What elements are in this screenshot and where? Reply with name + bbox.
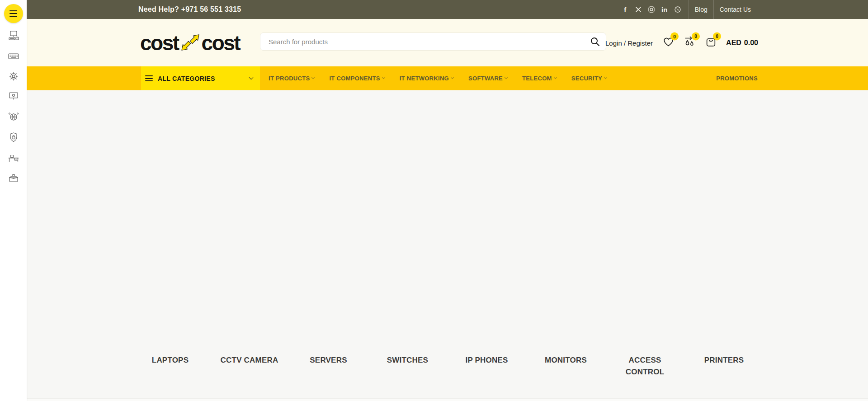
login-register-link[interactable]: Login / Register — [605, 39, 653, 47]
category-label: SERVERS — [310, 354, 347, 366]
chevron-down-icon — [249, 75, 254, 80]
network-globe-icon — [8, 112, 19, 124]
sidebar-item-computers[interactable] — [8, 31, 19, 42]
site-logo[interactable]: cost cost — [140, 33, 240, 53]
category-item-cctv-camera[interactable]: CCTV CAMERA — [210, 354, 289, 378]
menu-item-label: TELECOM — [522, 75, 552, 82]
cart-total[interactable]: AED 0.00 — [726, 39, 758, 47]
cart-button[interactable]: 0 — [705, 36, 717, 50]
logo-arrows-icon — [180, 33, 200, 53]
header: cost cost Login / Register — [27, 19, 868, 66]
topbar: Need Help? +971 56 551 3315 f in Blog Co… — [27, 0, 868, 19]
keyboard-icon — [8, 51, 19, 63]
category-item-servers[interactable]: SERVERS — [289, 354, 368, 378]
menu-item-it-networking[interactable]: IT NETWORKING — [400, 75, 453, 82]
category-label: PRINTERS — [704, 354, 744, 366]
category-label: LAPTOPS — [152, 354, 189, 366]
menu-item-label: IT COMPONENTS — [329, 75, 380, 82]
social-links: f in — [622, 0, 689, 19]
sidebar-item-office-furniture[interactable] — [8, 153, 19, 164]
menu-item-label: IT NETWORKING — [400, 75, 449, 82]
category-item-monitors[interactable]: MONITORS — [526, 354, 605, 378]
desktop-computer-icon — [8, 30, 19, 43]
header-account-area: Login / Register 0 0 0 AED — [605, 36, 758, 50]
chevron-down-icon — [554, 76, 557, 79]
cart-count-badge: 0 — [713, 32, 721, 40]
search-input[interactable] — [260, 33, 606, 51]
all-categories-button[interactable]: ALL CATEGORIES — [141, 66, 260, 90]
divider — [757, 0, 757, 19]
category-label: IP PHONES — [465, 354, 508, 366]
chevron-down-icon — [382, 76, 385, 79]
compare-button[interactable]: 0 — [684, 36, 696, 50]
menu-item-promotions[interactable]: PROMOTIONS — [716, 66, 758, 90]
category-shortcuts: LAPTOPS CCTV CAMERA SERVERS SWITCHES IP … — [131, 354, 764, 378]
cpu-gear-icon — [8, 71, 19, 84]
menu-item-label: SOFTWARE — [468, 75, 503, 82]
chevron-down-icon — [505, 76, 508, 79]
sidebar-item-keyboards[interactable] — [8, 51, 19, 63]
category-label: SWITCHES — [387, 354, 428, 366]
instagram-icon[interactable] — [648, 6, 655, 13]
whatsapp-icon[interactable] — [674, 6, 681, 13]
category-item-laptops[interactable]: LAPTOPS — [131, 354, 210, 378]
monitor-icon — [8, 91, 19, 104]
contact-us-link[interactable]: Contact Us — [714, 0, 757, 19]
menu-item-telecom[interactable]: TELECOM — [522, 75, 557, 82]
category-item-ip-phones[interactable]: IP PHONES — [447, 354, 526, 378]
logo-text-right: cost — [202, 33, 240, 53]
currency-label: AED — [726, 39, 741, 47]
office-desk-icon — [8, 152, 19, 165]
security-shield-icon — [8, 132, 19, 145]
category-label: ACCESS CONTROL — [615, 354, 675, 378]
product-search — [260, 33, 606, 51]
x-twitter-icon[interactable] — [635, 6, 642, 13]
menu-item-security[interactable]: SECURITY — [571, 75, 607, 82]
category-label: CCTV CAMERA — [221, 354, 278, 366]
need-help-phone: Need Help? +971 56 551 3315 — [138, 0, 241, 19]
left-sidebar — [0, 0, 27, 401]
sidebar-item-components[interactable] — [8, 71, 19, 83]
main-menu: IT PRODUCTS IT COMPONENTS IT NETWORKING … — [269, 66, 607, 90]
main-content: LAPTOPS CCTV CAMERA SERVERS SWITCHES IP … — [27, 90, 868, 401]
sidebar-category-icons — [8, 31, 19, 193]
sidebar-item-security[interactable] — [8, 132, 19, 144]
printer-supplies-icon — [8, 173, 19, 185]
chevron-down-icon — [451, 76, 454, 79]
sidebar-item-monitors[interactable] — [8, 92, 19, 103]
wishlist-count-badge: 0 — [670, 33, 679, 41]
menu-fab-button[interactable] — [4, 4, 23, 23]
hamburger-icon — [145, 75, 153, 81]
category-item-access-control[interactable]: ACCESS CONTROL — [605, 354, 684, 378]
chevron-down-icon — [604, 76, 607, 79]
category-item-switches[interactable]: SWITCHES — [368, 354, 447, 378]
sidebar-item-printer-supplies[interactable] — [8, 173, 19, 185]
section-divider — [27, 398, 868, 401]
search-button[interactable] — [590, 36, 600, 47]
sidebar-item-networking[interactable] — [8, 112, 19, 124]
all-categories-label: ALL CATEGORIES — [158, 75, 215, 82]
category-item-printers[interactable]: PRINTERS — [684, 354, 764, 378]
blog-link[interactable]: Blog — [689, 0, 713, 19]
menu-item-it-products[interactable]: IT PRODUCTS — [269, 75, 314, 82]
chevron-down-icon — [311, 76, 315, 79]
menu-item-label: IT PRODUCTS — [269, 75, 310, 82]
category-nav: ALL CATEGORIES IT PRODUCTS IT COMPONENTS… — [27, 66, 868, 90]
menu-item-label: SECURITY — [571, 75, 602, 82]
compare-count-badge: 0 — [692, 32, 700, 40]
facebook-icon[interactable]: f — [622, 6, 629, 13]
menu-item-software[interactable]: SOFTWARE — [468, 75, 507, 82]
wishlist-button[interactable]: 0 — [662, 36, 675, 50]
logo-text-left: cost — [140, 33, 179, 53]
cart-total-amount: 0.00 — [744, 39, 758, 47]
category-label: MONITORS — [545, 354, 587, 366]
linkedin-icon[interactable]: in — [661, 6, 668, 13]
search-icon — [590, 42, 600, 48]
menu-item-it-components[interactable]: IT COMPONENTS — [329, 75, 384, 82]
